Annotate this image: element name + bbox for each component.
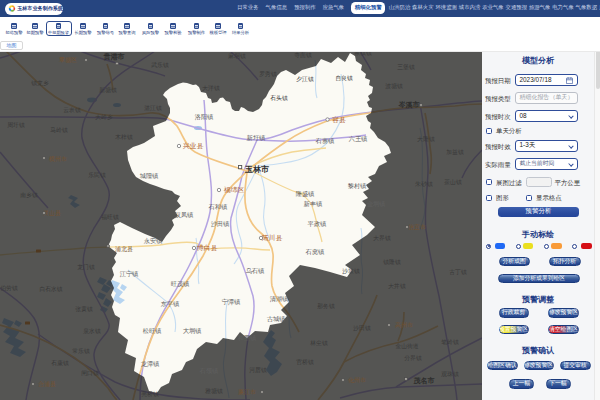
svg-text:永安镇: 永安镇 [144, 237, 163, 244]
svg-text:茶山镇: 茶山镇 [444, 179, 462, 185]
svg-text:那务镇: 那务镇 [317, 302, 335, 310]
svg-text:镇隆镇: 镇隆镇 [383, 258, 401, 265]
svg-text:古城镇: 古城镇 [267, 315, 286, 323]
svg-text:夕江镇: 夕江镇 [296, 76, 314, 83]
svg-text:马岭镇: 马岭镇 [50, 127, 68, 133]
svg-text:大隆镇: 大隆镇 [417, 135, 435, 142]
svg-text:汉凤镇: 汉凤镇 [175, 211, 194, 219]
svg-text:容县: 容县 [332, 116, 346, 124]
svg-text:兴业县: 兴业县 [183, 142, 204, 150]
svg-text:信宜市: 信宜市 [408, 223, 426, 231]
svg-text:笔岭镇: 笔岭镇 [441, 339, 459, 345]
svg-text:龙门镇: 龙门镇 [77, 263, 95, 270]
svg-text:寺面镇: 寺面镇 [294, 51, 312, 59]
svg-text:张黄镇: 张黄镇 [75, 306, 93, 313]
svg-text:河唇镇: 河唇镇 [249, 366, 267, 374]
svg-text:茂名市: 茂名市 [413, 376, 435, 385]
svg-text:白石水镇: 白石水镇 [39, 285, 62, 293]
svg-text:伯劳镇: 伯劳镇 [0, 285, 18, 292]
svg-text:宁潭镇: 宁潭镇 [222, 298, 241, 306]
svg-text:木梓镇: 木梓镇 [114, 134, 133, 140]
svg-text:江宁镇: 江宁镇 [120, 270, 139, 278]
svg-text:覃塘区: 覃塘区 [59, 56, 77, 64]
svg-text:黎村镇: 黎村镇 [348, 182, 367, 190]
svg-text:合浦县: 合浦县 [38, 381, 56, 388]
svg-text:沙坡镇: 沙坡镇 [342, 268, 360, 275]
svg-text:清湖镇: 清湖镇 [270, 295, 289, 303]
svg-text:石颈镇: 石颈镇 [199, 367, 219, 375]
svg-text:石和镇: 石和镇 [208, 203, 228, 211]
svg-text:横州市: 横州市 [49, 155, 67, 162]
svg-text:周圩镇: 周圩镇 [7, 122, 25, 128]
svg-text:东平镇: 东平镇 [161, 300, 180, 307]
svg-text:麻垌镇: 麻垌镇 [228, 52, 246, 60]
svg-text:三堡镇: 三堡镇 [397, 63, 415, 70]
svg-text:闸口镇: 闸口镇 [81, 370, 99, 377]
svg-text:镇龙乡: 镇龙乡 [31, 80, 49, 86]
svg-text:亮桥镇: 亮桥镇 [141, 391, 159, 398]
svg-text:石头镇: 石头镇 [269, 94, 288, 102]
svg-text:高州市: 高州市 [395, 321, 413, 328]
svg-text:大垌镇: 大垌镇 [183, 327, 202, 334]
svg-text:南乡镇: 南乡镇 [20, 192, 38, 198]
svg-text:雅塘镇: 雅塘镇 [204, 388, 223, 395]
svg-text:湛江镇: 湛江镇 [144, 105, 162, 112]
svg-text:陆川县: 陆川县 [262, 234, 283, 241]
svg-text:沙田镇: 沙田镇 [211, 220, 230, 228]
svg-text:常乐镇: 常乐镇 [72, 348, 90, 354]
svg-text:化州市: 化州市 [348, 376, 366, 384]
svg-text:官桥镇: 官桥镇 [296, 359, 314, 365]
svg-text:松旺镇: 松旺镇 [143, 327, 162, 334]
svg-text:古丁镇: 古丁镇 [449, 269, 467, 276]
svg-text:廉江市: 廉江市 [238, 388, 256, 395]
svg-text:金山街道: 金山街道 [395, 343, 418, 350]
svg-text:石窝镇: 石窝镇 [305, 248, 325, 256]
svg-text:大界镇: 大界镇 [373, 235, 391, 241]
svg-text:旺茂镇: 旺茂镇 [171, 280, 190, 287]
svg-text:大井镇: 大井镇 [388, 283, 406, 289]
svg-text:罗秀镇: 罗秀镇 [259, 70, 277, 78]
svg-text:浦北县: 浦北县 [115, 245, 133, 253]
svg-text:石寨镇: 石寨镇 [315, 137, 335, 145]
svg-text:云表镇: 云表镇 [63, 107, 81, 113]
svg-text:石康镇: 石康镇 [50, 359, 69, 367]
svg-text:金垌镇: 金垌镇 [367, 200, 386, 207]
svg-text:沙田镇: 沙田镇 [353, 325, 371, 332]
svg-text:加益镇: 加益镇 [446, 149, 464, 156]
svg-text:六王镇: 六王镇 [349, 135, 368, 142]
svg-text:朱砂镇: 朱砂镇 [414, 181, 433, 187]
svg-text:乐民镇: 乐民镇 [88, 172, 106, 178]
svg-text:大洋镇: 大洋镇 [202, 85, 220, 92]
svg-text:和寮镇: 和寮镇 [237, 334, 257, 341]
svg-text:玉林市: 玉林市 [244, 164, 269, 174]
svg-text:分界镇: 分界镇 [404, 355, 422, 361]
svg-text:新圩镇: 新圩镇 [246, 134, 266, 141]
svg-text:隆盛镇: 隆盛镇 [296, 190, 315, 198]
svg-text:自良镇: 自良镇 [335, 75, 353, 82]
svg-text:观珠镇: 观珠镇 [441, 371, 459, 378]
svg-text:洛阳镇: 洛阳镇 [195, 113, 214, 121]
svg-text:福绵区: 福绵区 [224, 186, 245, 194]
svg-text:波塘镇: 波塘镇 [385, 83, 403, 90]
svg-text:博白县: 博白县 [197, 244, 218, 252]
svg-text:福旺镇: 福旺镇 [101, 214, 119, 221]
svg-text:城隍镇: 城隍镇 [140, 172, 159, 179]
svg-text:龙潭镇: 龙潭镇 [141, 360, 160, 368]
svg-text:平政镇: 平政镇 [307, 220, 327, 227]
svg-text:泉水镇: 泉水镇 [83, 328, 101, 334]
svg-text:新丰镇: 新丰镇 [303, 200, 323, 207]
svg-text:大岭乡: 大岭乡 [95, 114, 113, 120]
svg-text:贵港市: 贵港市 [103, 52, 125, 61]
svg-text:武乐镇: 武乐镇 [151, 62, 169, 68]
svg-text:新塘镇: 新塘镇 [99, 87, 117, 94]
svg-text:乌石镇: 乌石镇 [246, 267, 265, 275]
svg-text:岑溪市: 岑溪市 [398, 100, 420, 109]
svg-text:林尘镇: 林尘镇 [309, 340, 328, 346]
